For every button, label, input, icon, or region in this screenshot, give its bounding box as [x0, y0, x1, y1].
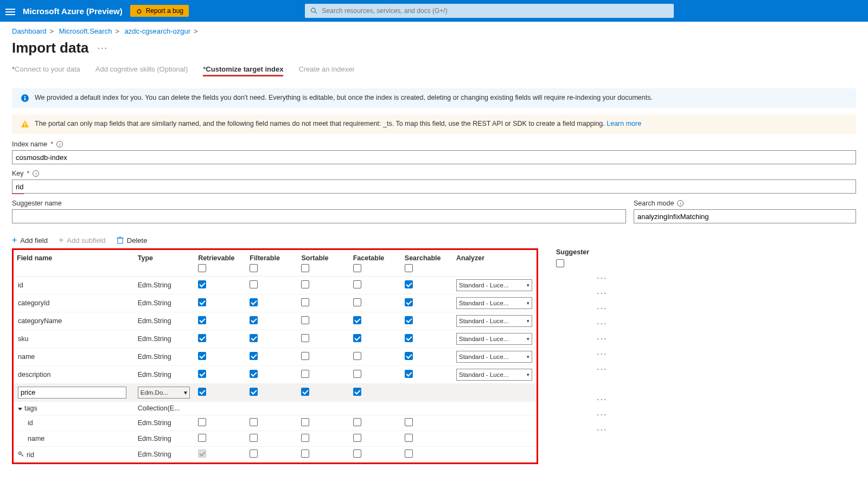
row-more-icon[interactable]: ··· [597, 304, 607, 313]
checkbox[interactable] [405, 450, 413, 458]
breadcrumb-item[interactable]: Dashboard [12, 27, 47, 35]
checkbox[interactable] [250, 352, 258, 360]
checkbox[interactable] [301, 434, 309, 442]
table-row[interactable]: tagsCollection(E... [14, 402, 537, 415]
checkbox[interactable] [405, 352, 413, 360]
search-mode-input[interactable] [634, 209, 856, 223]
key-input[interactable] [12, 179, 856, 194]
checkbox[interactable] [405, 418, 413, 426]
row-more-icon[interactable]: ··· [597, 410, 607, 420]
checkbox[interactable] [405, 298, 413, 306]
checkbox[interactable] [301, 334, 309, 342]
checkbox[interactable] [198, 370, 206, 378]
checkbox[interactable] [301, 316, 309, 324]
checkbox[interactable] [198, 316, 206, 324]
row-more-icon[interactable]: ··· [597, 273, 607, 283]
suggester-all-checkbox[interactable] [556, 259, 564, 267]
analyzer-select[interactable]: Standard - Luce...▾ [456, 369, 532, 381]
analyzer-select[interactable]: Standard - Luce...▾ [456, 315, 532, 327]
table-row[interactable]: idEdm.StringStandard - Luce...▾ [14, 277, 537, 294]
search-input[interactable] [322, 7, 668, 15]
checkbox[interactable] [301, 388, 309, 396]
breadcrumb-item[interactable]: azdc-cgsearch-ozgur [125, 27, 190, 35]
checkbox[interactable] [301, 352, 309, 360]
retrievable-all-checkbox[interactable] [198, 264, 206, 272]
row-more-icon[interactable]: ··· [597, 425, 607, 435]
analyzer-select[interactable]: Standard - Luce...▾ [456, 279, 532, 291]
tab-create-indexer[interactable]: Create an indexer [298, 65, 354, 80]
chevron-down-icon[interactable] [18, 408, 22, 410]
checkbox[interactable] [250, 370, 258, 378]
row-more-icon[interactable]: ··· [597, 319, 607, 329]
table-row[interactable]: idEdm.String [14, 415, 537, 431]
checkbox[interactable] [353, 434, 361, 442]
checkbox[interactable] [353, 352, 361, 360]
analyzer-select[interactable]: Standard - Luce...▾ [456, 333, 532, 345]
hamburger-icon[interactable] [5, 7, 15, 15]
checkbox[interactable] [405, 280, 413, 288]
checkbox[interactable] [301, 418, 309, 426]
checkbox[interactable] [198, 418, 206, 426]
checkbox[interactable] [250, 450, 258, 458]
checkbox[interactable] [250, 298, 258, 306]
add-field-button[interactable]: +Add field [12, 235, 48, 245]
checkbox[interactable] [198, 352, 206, 360]
analyzer-select[interactable]: Standard - Luce...▾ [456, 351, 532, 363]
table-row[interactable]: Edm.Do...▾ [14, 384, 537, 402]
row-more-icon[interactable]: ··· [597, 334, 607, 344]
analyzer-select[interactable]: Standard - Luce...▾ [456, 297, 532, 309]
checkbox[interactable] [353, 280, 361, 288]
checkbox[interactable] [250, 334, 258, 342]
checkbox[interactable] [353, 370, 361, 378]
checkbox[interactable] [250, 418, 258, 426]
checkbox[interactable] [250, 434, 258, 442]
row-more-icon[interactable]: ··· [597, 349, 607, 359]
suggester-name-input[interactable] [12, 209, 626, 223]
checkbox[interactable] [301, 370, 309, 378]
page-more-icon[interactable]: ··· [98, 43, 108, 53]
tab-cognitive[interactable]: Add cognitive skills (Optional) [95, 65, 188, 80]
report-bug-button[interactable]: Report a bug [130, 5, 189, 17]
checkbox[interactable] [198, 450, 206, 458]
breadcrumb-item[interactable]: Microsoft.Search [59, 27, 112, 35]
checkbox[interactable] [198, 280, 206, 288]
checkbox[interactable] [353, 450, 361, 458]
table-row[interactable]: skuEdm.StringStandard - Luce...▾ [14, 330, 537, 348]
checkbox[interactable] [250, 316, 258, 324]
checkbox[interactable] [353, 316, 361, 324]
checkbox[interactable] [198, 434, 206, 442]
checkbox[interactable] [353, 388, 361, 396]
info-circle-icon[interactable]: i [56, 141, 63, 147]
row-more-icon[interactable]: ··· [597, 288, 607, 298]
index-name-input[interactable] [12, 150, 856, 164]
filterable-all-checkbox[interactable] [250, 264, 258, 272]
delete-button[interactable]: Delete [117, 236, 148, 245]
checkbox[interactable] [353, 418, 361, 426]
checkbox[interactable] [250, 280, 258, 288]
add-subfield-button[interactable]: +Add subfield [59, 235, 106, 245]
checkbox[interactable] [353, 298, 361, 306]
field-name-input[interactable] [18, 387, 126, 399]
checkbox[interactable] [405, 316, 413, 324]
table-row[interactable]: descriptionEdm.StringStandard - Luce...▾ [14, 366, 537, 384]
row-more-icon[interactable]: ··· [597, 395, 607, 404]
checkbox[interactable] [353, 334, 361, 342]
type-select[interactable]: Edm.Do...▾ [138, 387, 190, 399]
sortable-all-checkbox[interactable] [301, 264, 309, 272]
row-more-icon[interactable]: ··· [597, 364, 607, 374]
checkbox[interactable] [301, 298, 309, 306]
global-search[interactable] [305, 4, 674, 18]
checkbox[interactable] [405, 334, 413, 342]
facetable-all-checkbox[interactable] [353, 264, 361, 272]
table-row[interactable]: categoryNameEdm.StringStandard - Luce...… [14, 312, 537, 330]
info-circle-icon[interactable]: i [677, 200, 684, 207]
tab-connect[interactable]: *Connect to your data [12, 65, 80, 80]
checkbox[interactable] [198, 298, 206, 306]
learn-more-link[interactable]: Learn more [607, 120, 641, 127]
checkbox[interactable] [301, 280, 309, 288]
checkbox[interactable] [250, 388, 258, 396]
table-row[interactable]: nameEdm.String [14, 431, 537, 447]
checkbox[interactable] [301, 450, 309, 458]
checkbox[interactable] [405, 370, 413, 378]
checkbox[interactable] [198, 388, 206, 396]
